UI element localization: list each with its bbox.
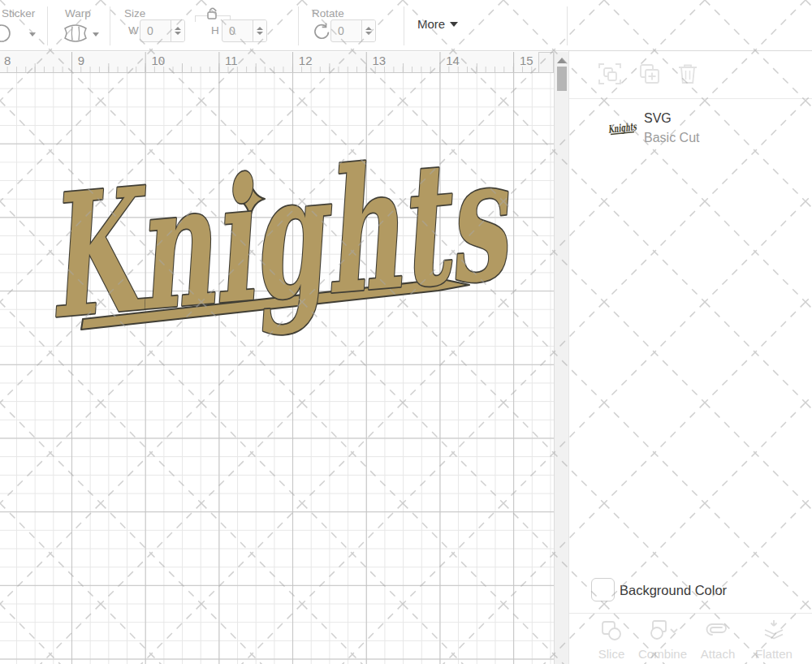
background-color-label: Background Color (620, 583, 727, 598)
width-field (140, 19, 185, 42)
warp-label: Warp (65, 7, 91, 19)
attach-icon (704, 619, 732, 642)
rotate-icon[interactable] (311, 22, 330, 41)
flatten-label: Flatten (748, 647, 800, 661)
flatten-icon (762, 619, 785, 642)
layer-row-svg[interactable]: Knights SVG Basic Cut (569, 102, 812, 151)
toolbar-divider (298, 6, 299, 45)
layers-panel: Layers Color Sync Knights SVG (568, 0, 812, 664)
more-button[interactable]: More (417, 17, 458, 31)
layer-title: SVG (644, 111, 672, 126)
duplicate-icon[interactable] (598, 62, 622, 86)
ruler-number: 9 (78, 54, 84, 67)
ruler-corner (538, 52, 554, 73)
rotate-input[interactable] (331, 20, 361, 41)
logo-text: Knights (37, 119, 519, 356)
ruler-number: 8 (4, 54, 11, 67)
background-color-swatch[interactable] (591, 578, 615, 601)
delete-layer-icon[interactable] (676, 62, 700, 86)
scrollbar-thumb[interactable] (557, 67, 567, 91)
width-input[interactable] (140, 20, 171, 41)
width-field-label: W (128, 24, 139, 37)
ruler-number: 11 (225, 54, 238, 67)
slice-icon (600, 619, 623, 642)
panel-divider (569, 98, 812, 99)
vertical-scrollbar (554, 52, 568, 664)
size-label: Size (124, 7, 145, 19)
warp-icon[interactable] (63, 24, 88, 42)
rotate-label: Rotate (312, 7, 344, 19)
more-label: More (417, 17, 445, 31)
knights-logo-object[interactable]: Knights (0, 73, 554, 664)
more-caret-icon (450, 22, 458, 27)
height-field-label: H (211, 24, 219, 37)
toolbar-divider (47, 6, 48, 45)
rotate-stepper[interactable] (361, 20, 375, 41)
sticker-icon[interactable] (0, 23, 14, 45)
layer-linetype: Basic Cut (644, 131, 699, 145)
ruler-number: 14 (446, 54, 460, 67)
panel-actions-bar: Slice Combine Attach (569, 613, 812, 664)
slice-button[interactable]: Slice (585, 619, 637, 661)
attach-button[interactable]: Attach (692, 619, 744, 661)
height-input[interactable] (222, 20, 253, 41)
attach-label: Attach (692, 647, 744, 661)
sticker-label: Sticker (2, 7, 35, 19)
sticker-dropdown-caret-icon[interactable] (29, 32, 36, 37)
flatten-button[interactable]: Flatten (748, 619, 800, 661)
toolbar-divider (567, 6, 568, 45)
combine-button[interactable]: Combine (637, 619, 689, 661)
add-layer-icon[interactable] (637, 62, 662, 86)
toolbar-divider (404, 6, 404, 45)
ruler-number: 12 (299, 54, 313, 67)
height-stepper[interactable] (253, 20, 266, 41)
width-stepper[interactable] (171, 20, 184, 41)
ruler-number: 15 (520, 54, 533, 67)
height-field (222, 19, 267, 42)
design-canvas[interactable]: Knights (0, 73, 554, 664)
rotate-field (330, 19, 376, 42)
ruler-number: 10 (151, 54, 165, 67)
design-app-window: Sticker Warp Size W H (0, 0, 812, 664)
combine-label: Combine (637, 647, 689, 661)
toolbar-divider (110, 6, 110, 45)
combine-icon (646, 619, 679, 642)
top-toolbar: Sticker Warp Size W H (0, 0, 812, 51)
horizontal-ruler: 8 9 10 11 12 13 14 15 (0, 52, 554, 73)
slice-label: Slice (585, 647, 637, 661)
warp-dropdown-caret-icon[interactable] (93, 32, 99, 37)
layer-thumbnail: Knights (607, 120, 639, 138)
scrollbar-up-arrow[interactable] (557, 57, 567, 65)
background-color-row: Background Color (569, 567, 812, 613)
ruler-number: 13 (373, 54, 387, 67)
lock-open-icon[interactable] (205, 5, 221, 21)
